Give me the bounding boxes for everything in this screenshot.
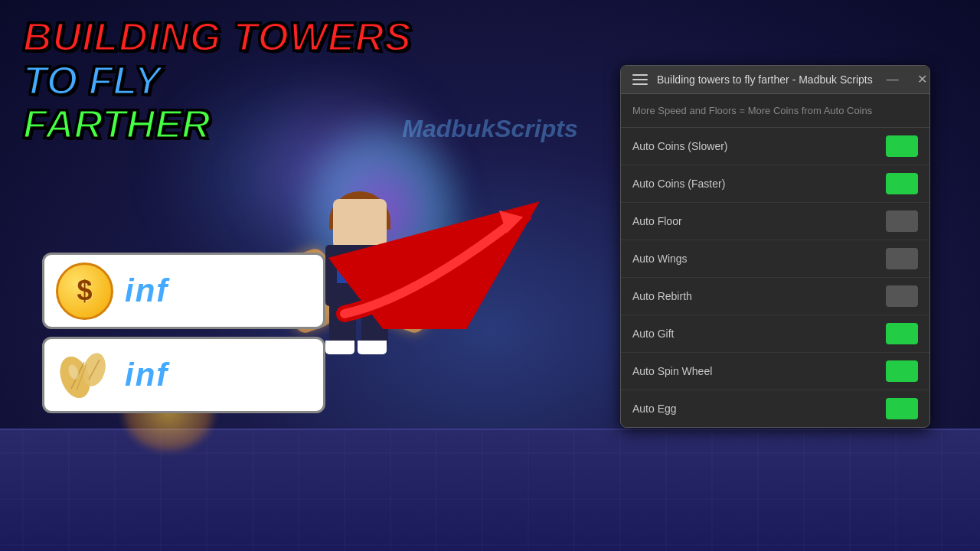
coin-value: inf (125, 272, 168, 309)
toggle-auto-rebirth[interactable] (886, 285, 918, 307)
panel-row-auto-egg: Auto Egg (621, 390, 929, 427)
close-button[interactable]: ✕ (913, 73, 932, 86)
wing-value: inf (125, 357, 168, 393)
panel-row-auto-rebirth: Auto Rebirth (621, 278, 929, 315)
stat-box-coins: $ inf (42, 253, 325, 329)
row-label-auto-wings: Auto Wings (632, 253, 688, 265)
panel-title: Building towers to fly farther - Madbuk … (657, 73, 873, 86)
title-line1: BUILDING TOWERS (23, 15, 412, 59)
stat-box-wings: inf (42, 337, 325, 413)
toggle-auto-floor[interactable] (886, 210, 918, 232)
panel-row-auto-floor: Auto Floor (621, 203, 929, 240)
row-label-auto-egg: Auto Egg (632, 403, 677, 415)
panel-row-auto-coins-slower: Auto Coins (Slower) (621, 128, 929, 165)
panel-rows-container: Auto Coins (Slower)Auto Coins (Faster)Au… (621, 128, 929, 427)
toggle-auto-wings[interactable] (886, 248, 918, 269)
row-label-auto-floor: Auto Floor (632, 215, 682, 227)
game-title: BUILDING TOWERS TO FLY FARTHER (23, 15, 412, 147)
stat-boxes: $ inf inf (42, 253, 325, 421)
char-shoe-right (358, 341, 387, 354)
panel-row-auto-gift: Auto Gift (621, 315, 929, 353)
minimize-button[interactable]: — (882, 73, 903, 86)
char-shoe-left (325, 341, 354, 354)
coin-icon: $ (56, 262, 113, 320)
panel-row-auto-spin-wheel: Auto Spin Wheel (621, 353, 929, 390)
toggle-auto-gift[interactable] (886, 323, 918, 344)
arrow-pointer (299, 176, 628, 329)
toggle-auto-coins-slower[interactable] (886, 135, 918, 157)
toggle-auto-egg[interactable] (886, 398, 918, 419)
row-label-auto-rebirth: Auto Rebirth (632, 290, 692, 302)
row-label-auto-coins-slower: Auto Coins (Slower) (632, 140, 728, 152)
title-line2: TO FLY (23, 59, 412, 103)
panel-row-auto-coins-faster: Auto Coins (Faster) (621, 165, 929, 203)
toggle-auto-coins-faster[interactable] (886, 173, 918, 194)
panel-subtitle: More Speed and Floors = More Coins from … (621, 94, 929, 128)
row-label-auto-gift: Auto Gift (632, 328, 674, 340)
wing-icon (56, 347, 113, 404)
row-label-auto-coins-faster: Auto Coins (Faster) (632, 178, 725, 190)
panel-header: Building towers to fly farther - Madbuk … (621, 66, 929, 94)
title-line3: FARTHER (23, 103, 412, 146)
script-panel: Building towers to fly farther - Madbuk … (620, 65, 930, 428)
panel-row-auto-wings: Auto Wings (621, 240, 929, 278)
row-label-auto-spin-wheel: Auto Spin Wheel (632, 365, 712, 377)
hamburger-icon[interactable] (632, 74, 648, 85)
toggle-auto-spin-wheel[interactable] (886, 360, 918, 382)
